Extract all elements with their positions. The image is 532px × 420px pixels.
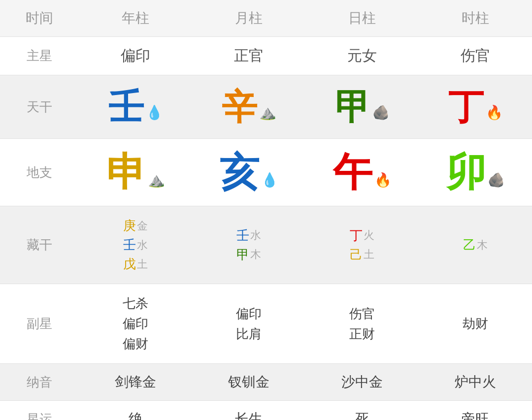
fuxing-item-1-1: 七杀	[123, 295, 148, 312]
fuxing-item-3-2: 正财	[349, 325, 375, 343]
nayin-col3: 沙中金	[305, 364, 419, 400]
canggan-item-1-3: 戊土	[123, 256, 148, 273]
tiangan-col1: 壬 💧	[79, 75, 192, 138]
tiangan-char-3: 甲	[335, 89, 370, 125]
fuxing-label-cell: 副星	[0, 284, 79, 363]
header-label: 时间	[0, 0, 79, 36]
zhuxing-label-cell: 主星	[0, 37, 79, 75]
canggan-col3: 丁火 己土	[305, 206, 419, 284]
dizhi-char-2: 亥	[220, 153, 259, 192]
nayin-col1: 剑锋金	[79, 364, 192, 400]
fuxing-item-3-1: 伤官	[349, 305, 375, 323]
canggan-item-1-2: 壬水	[123, 236, 148, 254]
fuxing-item-4-1: 劫财	[463, 315, 488, 332]
dizhi-char-4: 卯	[446, 153, 486, 192]
tiangan-char-2: 辛	[222, 89, 257, 125]
fuxing-col3: 伤官 正财	[305, 284, 419, 363]
canggan-row: 藏干 庚金 壬水 戊土 壬水 甲木	[0, 206, 532, 284]
fuxing-row: 副星 七杀 偏印 偏财 偏印 比肩 伤官 正财 劫财	[0, 284, 532, 364]
zhuxing-col2: 正官	[192, 37, 305, 75]
dizhi-char-3: 午	[333, 153, 372, 192]
canggan-label-cell: 藏干	[0, 206, 79, 284]
dizhi-col4: 卯 🪨	[419, 139, 532, 206]
nayin-label-cell: 纳音	[0, 364, 79, 400]
tiangan-row: 天干 壬 💧 辛 ⛰️ 甲 🪨 丁 🔥	[0, 75, 532, 139]
tiangan-emoji-2: ⛰️	[259, 104, 276, 121]
xingyun-col4: 帝旺	[419, 401, 532, 420]
xingyun-col3: 死	[305, 401, 419, 420]
canggan-item-3-2: 己土	[350, 246, 374, 263]
zhuxing-row: 主星 偏印 正官 元女 伤官	[0, 37, 532, 75]
dizhi-col3: 午 🔥	[305, 139, 419, 206]
xingyun-col1: 绝	[79, 401, 192, 420]
dizhi-char-1: 申	[106, 153, 146, 192]
dizhi-label-cell: 地支	[0, 139, 79, 206]
tiangan-emoji-3: 🪨	[372, 104, 390, 121]
tiangan-col2: 辛 ⛰️	[192, 75, 305, 138]
tiangan-col3: 甲 🪨	[305, 75, 419, 138]
zhuxing-col4: 伤官	[419, 37, 532, 75]
fuxing-item-2-1: 偏印	[236, 305, 262, 323]
fuxing-item-1-2: 偏印	[123, 315, 148, 332]
dizhi-emoji-1: ⛰️	[148, 172, 165, 188]
xingyun-row: 星运 绝 长生 死 帝旺	[0, 401, 532, 420]
nayin-col4: 炉中火	[419, 364, 532, 400]
canggan-col4: 乙木	[419, 206, 532, 284]
fuxing-item-2-2: 比肩	[236, 325, 262, 343]
zhuxing-col1: 偏印	[79, 37, 192, 75]
nayin-row: 纳音 剑锋金 钗钏金 沙中金 炉中火	[0, 364, 532, 401]
xingyun-col2: 长生	[192, 401, 305, 420]
tiangan-char-1: 壬	[108, 89, 144, 125]
zhuxing-col3: 元女	[305, 37, 419, 75]
dizhi-emoji-4: 🪨	[488, 172, 505, 188]
fuxing-col2: 偏印 比肩	[192, 284, 305, 363]
main-table: 时间 年柱 月柱 日柱 时柱 主星 偏印 正官 元女 伤官	[0, 0, 532, 420]
tiangan-emoji-4: 🔥	[486, 104, 503, 121]
header-row: 时间 年柱 月柱 日柱 时柱	[0, 0, 532, 37]
fuxing-item-1-3: 偏财	[123, 335, 148, 353]
canggan-col1: 庚金 壬水 戊土	[79, 206, 192, 284]
dizhi-emoji-2: 💧	[261, 172, 278, 188]
header-shizhu: 时柱	[419, 0, 532, 36]
dizhi-col1: 申 ⛰️	[79, 139, 192, 206]
header-rizhu: 日柱	[305, 0, 419, 36]
tiangan-emoji-1: 💧	[146, 104, 163, 121]
tiangan-label-cell: 天干	[0, 75, 79, 138]
tiangan-col4: 丁 🔥	[419, 75, 532, 138]
dizhi-emoji-3: 🔥	[374, 172, 392, 188]
xingyun-label-cell: 星运	[0, 401, 79, 420]
dizhi-row: 地支 申 ⛰️ 亥 💧 午 🔥 卯 🪨	[0, 139, 532, 206]
canggan-item-2-2: 甲木	[236, 246, 261, 263]
canggan-item-2-1: 壬水	[236, 227, 261, 244]
canggan-item-4-1: 乙木	[463, 236, 488, 254]
nayin-col2: 钗钏金	[192, 364, 305, 400]
canggan-item-1-1: 庚金	[123, 217, 148, 234]
canggan-col2: 壬水 甲木	[192, 206, 305, 284]
header-yuezhu: 月柱	[192, 0, 305, 36]
dizhi-col2: 亥 💧	[192, 139, 305, 206]
canggan-item-3-1: 丁火	[350, 227, 374, 244]
header-nianzhu: 年柱	[79, 0, 192, 36]
fuxing-col4: 劫财	[419, 284, 532, 363]
tiangan-char-4: 丁	[448, 89, 484, 125]
fuxing-col1: 七杀 偏印 偏财	[79, 284, 192, 363]
